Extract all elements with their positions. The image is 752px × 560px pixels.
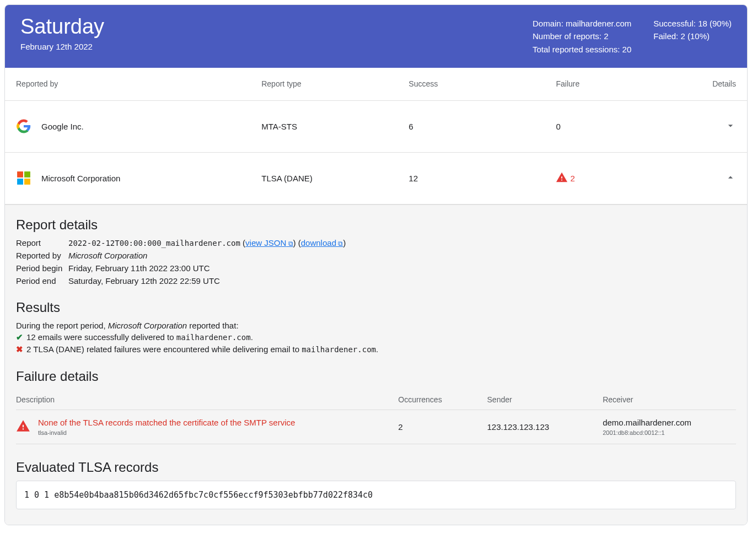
domain-line: Domain: mailhardener.com (533, 17, 631, 30)
reporter-cell: Google Inc. (16, 119, 261, 134)
results-title: Results (16, 300, 736, 315)
failure-cell: 2 (556, 171, 695, 185)
table-row[interactable]: Google Inc. MTA-STS 6 0 (5, 101, 747, 153)
failure-table: Description Occurrences Sender Receiver … (16, 390, 736, 444)
failure-desc-sub: tlsa-invalid (38, 429, 295, 436)
details-panel: Report details Report 2022-02-12T00:00:0… (5, 204, 747, 525)
kv-label: Report (16, 238, 68, 247)
reporter-cell: Microsoft Corporation (16, 170, 261, 186)
failure-desc-cell: None of the TLSA records matched the cer… (16, 418, 398, 436)
col-reported-by: Reported by (16, 79, 261, 88)
expand-toggle[interactable] (695, 172, 736, 185)
report-details-title: Report details (16, 217, 736, 233)
svg-rect-2 (17, 179, 23, 185)
failed-line: Failed: 2 (10%) (653, 30, 732, 42)
svg-rect-1 (24, 171, 30, 177)
chevron-down-icon (725, 120, 736, 133)
report-type-cell: MTA-STS (261, 122, 409, 131)
header-date: February 12th 2022 (20, 42, 104, 51)
report-card: Saturday February 12th 2022 Domain: mail… (4, 4, 748, 525)
success-cell: 12 (409, 174, 556, 183)
ft-col-occ: Occurrences (398, 395, 487, 404)
failure-receiver: demo.mailhardener.com 2001:db8:abcd:0012… (603, 418, 736, 436)
svg-rect-0 (17, 171, 23, 177)
tlsa-title: Evaluated TLSA records (16, 460, 736, 475)
ft-col-receiver: Receiver (603, 395, 736, 404)
kv-label: Period end (16, 276, 68, 286)
cross-icon: ✖ (16, 344, 23, 354)
table-row[interactable]: Microsoft Corporation TLSA (DANE) 12 2 (5, 153, 747, 204)
header-right: Domain: mailhardener.com Number of repor… (533, 15, 732, 56)
col-details: Details (695, 79, 736, 88)
report-id: 2022-02-12T00:00:000_mailhardener.com (68, 239, 240, 247)
kv-label: Reported by (16, 251, 68, 260)
day-title: Saturday (20, 15, 104, 39)
result-success-line: ✔12 emails were successfully delivered t… (16, 332, 736, 342)
ft-col-sender: Sender (487, 395, 603, 404)
report-details-kv: Report 2022-02-12T00:00:000_mailhardener… (16, 238, 736, 286)
col-success: Success (409, 79, 556, 88)
failure-desc: None of the TLSA records matched the cer… (38, 418, 295, 427)
check-icon: ✔ (16, 332, 23, 342)
chevron-up-icon (725, 172, 736, 185)
svg-rect-3 (24, 179, 30, 185)
microsoft-icon (16, 170, 31, 186)
view-json-link[interactable]: view JSON ⧉ (245, 238, 293, 247)
col-failure: Failure (556, 79, 695, 88)
header-left: Saturday February 12th 2022 (20, 15, 104, 51)
failure-table-header: Description Occurrences Sender Receiver (16, 390, 736, 410)
reporter-name: Microsoft Corporation (41, 174, 120, 183)
download-link[interactable]: download ⧉ (301, 238, 343, 247)
google-icon (16, 119, 31, 134)
kv-value: Friday, February 11th 2022 23:00 UTC (68, 263, 736, 273)
failure-count: 2 (570, 174, 574, 183)
header-stats-right: Successful: 18 (90%) Failed: 2 (10%) (653, 17, 732, 56)
num-reports-line: Number of reports: 2 (533, 30, 631, 42)
warning-icon (556, 171, 568, 185)
warning-icon (16, 419, 30, 435)
failure-occ: 2 (398, 422, 487, 432)
expand-toggle[interactable] (695, 120, 736, 133)
tlsa-record-box: 1 0 1 e8b54e0b4baa815b06d3462d65fbc7c0cf… (16, 481, 736, 509)
kv-value: Saturday, February 12th 2022 22:59 UTC (68, 276, 736, 286)
failure-details-title: Failure details (16, 369, 736, 384)
kv-label: Period begin (16, 263, 68, 273)
reporter-name: Google Inc. (41, 122, 84, 131)
success-cell: 6 (409, 122, 556, 131)
kv-value: Microsoft Corporation (68, 251, 736, 260)
col-report-type: Report type (261, 79, 409, 88)
failure-sender: 123.123.123.123 (487, 422, 603, 432)
report-header: Saturday February 12th 2022 Domain: mail… (5, 5, 747, 68)
sessions-line: Total reported sessions: 20 (533, 43, 631, 56)
results-intro: During the report period, Microsoft Corp… (16, 321, 736, 330)
external-link-icon: ⧉ (336, 240, 343, 247)
external-link-icon: ⧉ (286, 240, 293, 247)
header-stats-left: Domain: mailhardener.com Number of repor… (533, 17, 631, 56)
successful-line: Successful: 18 (90%) (653, 17, 732, 30)
failure-row: None of the TLSA records matched the cer… (16, 410, 736, 444)
ft-col-desc: Description (16, 395, 398, 404)
failure-cell: 0 (556, 122, 695, 131)
kv-value: 2022-02-12T00:00:000_mailhardener.com (v… (68, 238, 736, 247)
report-type-cell: TLSA (DANE) (261, 174, 409, 183)
table-header: Reported by Report type Success Failure … (5, 68, 747, 101)
result-fail-line: ✖2 TLSA (DANE) related failures were enc… (16, 344, 736, 354)
